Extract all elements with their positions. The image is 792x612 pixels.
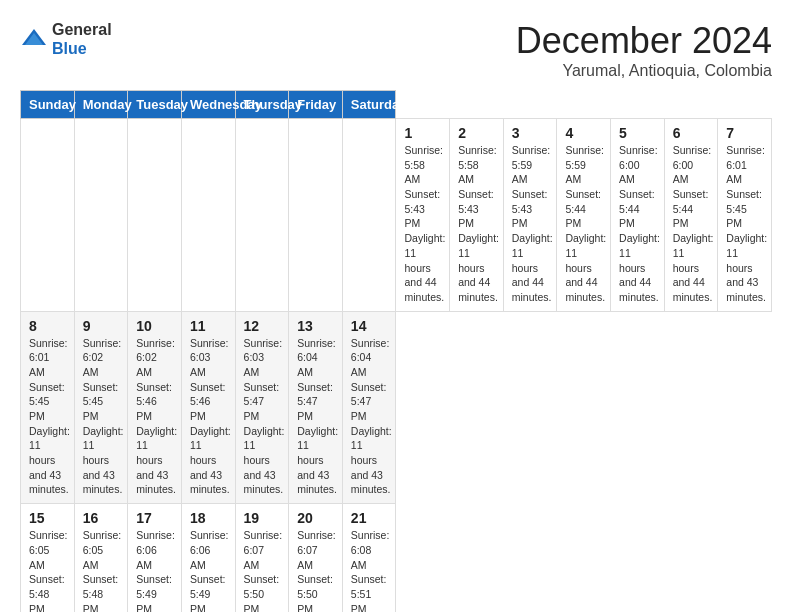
day-info: Sunrise: 6:01 AMSunset: 5:45 PMDaylight:…	[29, 336, 66, 498]
day-info: Sunrise: 5:58 AMSunset: 5:43 PMDaylight:…	[458, 143, 495, 305]
weekday-header-tuesday: Tuesday	[128, 91, 182, 119]
day-number: 7	[726, 125, 763, 141]
day-info: Sunrise: 6:04 AMSunset: 5:47 PMDaylight:…	[351, 336, 388, 498]
calendar-cell: 4Sunrise: 5:59 AMSunset: 5:44 PMDaylight…	[557, 119, 611, 312]
day-number: 16	[83, 510, 120, 526]
day-number: 20	[297, 510, 334, 526]
day-info: Sunrise: 5:59 AMSunset: 5:43 PMDaylight:…	[512, 143, 549, 305]
calendar-cell: 5Sunrise: 6:00 AMSunset: 5:44 PMDaylight…	[611, 119, 665, 312]
weekday-header-thursday: Thursday	[235, 91, 289, 119]
day-info: Sunrise: 6:02 AMSunset: 5:45 PMDaylight:…	[83, 336, 120, 498]
page-header: General Blue December 2024 Yarumal, Anti…	[20, 20, 772, 80]
calendar-cell: 11Sunrise: 6:03 AMSunset: 5:46 PMDayligh…	[181, 311, 235, 504]
day-info: Sunrise: 6:03 AMSunset: 5:47 PMDaylight:…	[244, 336, 281, 498]
weekday-header-friday: Friday	[289, 91, 343, 119]
day-number: 1	[404, 125, 441, 141]
calendar-week-2: 8Sunrise: 6:01 AMSunset: 5:45 PMDaylight…	[21, 311, 772, 504]
calendar-cell: 10Sunrise: 6:02 AMSunset: 5:46 PMDayligh…	[128, 311, 182, 504]
day-number: 4	[565, 125, 602, 141]
calendar-cell: 21Sunrise: 6:08 AMSunset: 5:51 PMDayligh…	[342, 504, 396, 612]
day-number: 10	[136, 318, 173, 334]
calendar-table: SundayMondayTuesdayWednesdayThursdayFrid…	[20, 90, 772, 612]
calendar-cell: 17Sunrise: 6:06 AMSunset: 5:49 PMDayligh…	[128, 504, 182, 612]
calendar-cell: 16Sunrise: 6:05 AMSunset: 5:48 PMDayligh…	[74, 504, 128, 612]
title-area: December 2024 Yarumal, Antioquia, Colomb…	[516, 20, 772, 80]
calendar-cell: 15Sunrise: 6:05 AMSunset: 5:48 PMDayligh…	[21, 504, 75, 612]
calendar-cell: 14Sunrise: 6:04 AMSunset: 5:47 PMDayligh…	[342, 311, 396, 504]
day-info: Sunrise: 6:02 AMSunset: 5:46 PMDaylight:…	[136, 336, 173, 498]
location-title: Yarumal, Antioquia, Colombia	[516, 62, 772, 80]
day-number: 6	[673, 125, 710, 141]
day-info: Sunrise: 6:00 AMSunset: 5:44 PMDaylight:…	[673, 143, 710, 305]
calendar-cell	[289, 119, 343, 312]
day-number: 3	[512, 125, 549, 141]
day-number: 14	[351, 318, 388, 334]
calendar-cell: 19Sunrise: 6:07 AMSunset: 5:50 PMDayligh…	[235, 504, 289, 612]
day-info: Sunrise: 6:07 AMSunset: 5:50 PMDaylight:…	[297, 528, 334, 612]
logo-general-text: General	[52, 20, 112, 39]
day-info: Sunrise: 6:08 AMSunset: 5:51 PMDaylight:…	[351, 528, 388, 612]
day-number: 19	[244, 510, 281, 526]
day-number: 17	[136, 510, 173, 526]
calendar-week-3: 15Sunrise: 6:05 AMSunset: 5:48 PMDayligh…	[21, 504, 772, 612]
calendar-week-1: 1Sunrise: 5:58 AMSunset: 5:43 PMDaylight…	[21, 119, 772, 312]
calendar-header-row: SundayMondayTuesdayWednesdayThursdayFrid…	[21, 91, 772, 119]
calendar-cell: 7Sunrise: 6:01 AMSunset: 5:45 PMDaylight…	[718, 119, 772, 312]
calendar-cell: 13Sunrise: 6:04 AMSunset: 5:47 PMDayligh…	[289, 311, 343, 504]
day-info: Sunrise: 5:58 AMSunset: 5:43 PMDaylight:…	[404, 143, 441, 305]
day-info: Sunrise: 6:06 AMSunset: 5:49 PMDaylight:…	[136, 528, 173, 612]
day-number: 8	[29, 318, 66, 334]
weekday-header-sunday: Sunday	[21, 91, 75, 119]
calendar-body: 1Sunrise: 5:58 AMSunset: 5:43 PMDaylight…	[21, 119, 772, 613]
calendar-cell: 1Sunrise: 5:58 AMSunset: 5:43 PMDaylight…	[396, 119, 450, 312]
day-info: Sunrise: 6:05 AMSunset: 5:48 PMDaylight:…	[29, 528, 66, 612]
day-info: Sunrise: 6:01 AMSunset: 5:45 PMDaylight:…	[726, 143, 763, 305]
calendar-cell: 20Sunrise: 6:07 AMSunset: 5:50 PMDayligh…	[289, 504, 343, 612]
day-info: Sunrise: 6:00 AMSunset: 5:44 PMDaylight:…	[619, 143, 656, 305]
calendar-cell: 6Sunrise: 6:00 AMSunset: 5:44 PMDaylight…	[664, 119, 718, 312]
calendar-cell: 8Sunrise: 6:01 AMSunset: 5:45 PMDaylight…	[21, 311, 75, 504]
calendar-cell	[74, 119, 128, 312]
day-number: 5	[619, 125, 656, 141]
day-number: 18	[190, 510, 227, 526]
weekday-header-monday: Monday	[74, 91, 128, 119]
day-info: Sunrise: 6:06 AMSunset: 5:49 PMDaylight:…	[190, 528, 227, 612]
calendar-cell: 2Sunrise: 5:58 AMSunset: 5:43 PMDaylight…	[450, 119, 504, 312]
logo: General Blue	[20, 20, 112, 58]
calendar-cell	[342, 119, 396, 312]
day-number: 11	[190, 318, 227, 334]
day-info: Sunrise: 5:59 AMSunset: 5:44 PMDaylight:…	[565, 143, 602, 305]
day-info: Sunrise: 6:05 AMSunset: 5:48 PMDaylight:…	[83, 528, 120, 612]
logo-blue-text: Blue	[52, 39, 112, 58]
day-info: Sunrise: 6:04 AMSunset: 5:47 PMDaylight:…	[297, 336, 334, 498]
day-number: 13	[297, 318, 334, 334]
day-number: 21	[351, 510, 388, 526]
day-info: Sunrise: 6:07 AMSunset: 5:50 PMDaylight:…	[244, 528, 281, 612]
calendar-cell: 12Sunrise: 6:03 AMSunset: 5:47 PMDayligh…	[235, 311, 289, 504]
month-title: December 2024	[516, 20, 772, 62]
day-number: 12	[244, 318, 281, 334]
day-number: 9	[83, 318, 120, 334]
calendar-cell: 9Sunrise: 6:02 AMSunset: 5:45 PMDaylight…	[74, 311, 128, 504]
calendar-cell: 3Sunrise: 5:59 AMSunset: 5:43 PMDaylight…	[503, 119, 557, 312]
calendar-cell	[235, 119, 289, 312]
day-number: 2	[458, 125, 495, 141]
weekday-header-saturday: Saturday	[342, 91, 396, 119]
logo-icon	[20, 25, 48, 53]
calendar-cell: 18Sunrise: 6:06 AMSunset: 5:49 PMDayligh…	[181, 504, 235, 612]
weekday-header-wednesday: Wednesday	[181, 91, 235, 119]
day-info: Sunrise: 6:03 AMSunset: 5:46 PMDaylight:…	[190, 336, 227, 498]
calendar-cell	[21, 119, 75, 312]
calendar-cell	[181, 119, 235, 312]
day-number: 15	[29, 510, 66, 526]
calendar-cell	[128, 119, 182, 312]
